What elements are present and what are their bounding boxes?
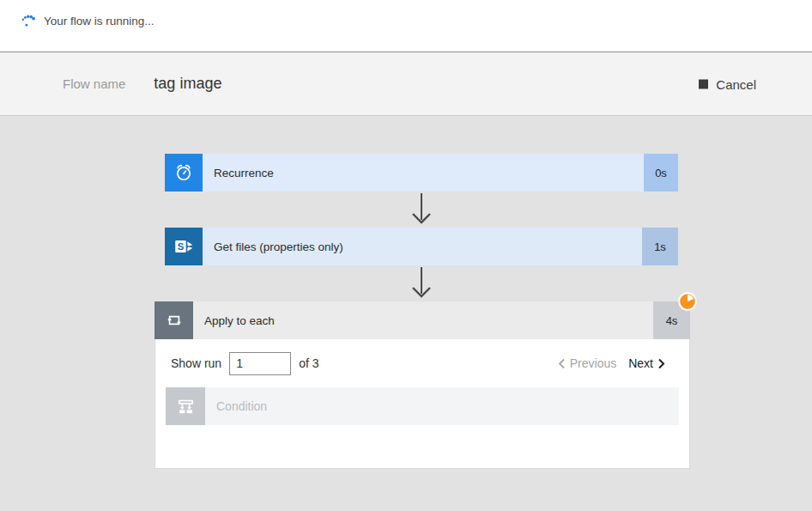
step-card-recurrence[interactable]: Recurrence 0s xyxy=(165,154,678,192)
svg-text:S: S xyxy=(178,241,185,252)
run-header: Flow name tag image Cancel xyxy=(0,52,812,116)
previous-run-label: Previous xyxy=(570,356,616,370)
flow-canvas: Recurrence 0s S Get files (properties on… xyxy=(0,116,812,510)
run-picker-row: Show run of 3 Previous Next xyxy=(155,339,689,387)
alarm-clock-icon xyxy=(165,154,203,192)
cancel-button-label: Cancel xyxy=(716,76,756,91)
step-duration: 1s xyxy=(642,228,678,265)
next-run-label: Next xyxy=(628,356,653,370)
orange-running-badge-icon xyxy=(678,292,697,311)
flow-running-spinner-icon xyxy=(19,12,38,31)
flow-name-value: tag image xyxy=(154,75,221,93)
down-arrow-connector-icon xyxy=(410,193,433,226)
chevron-right-icon xyxy=(657,358,665,369)
step-card-get-files[interactable]: S Get files (properties only) 1s xyxy=(165,228,678,265)
stop-square-icon xyxy=(699,79,708,88)
step-title: Recurrence xyxy=(203,154,644,192)
down-arrow-connector-icon xyxy=(410,267,433,300)
cancel-button[interactable]: Cancel xyxy=(699,76,756,91)
run-count-label: of 3 xyxy=(299,356,318,370)
show-run-label: Show run xyxy=(171,356,221,370)
previous-run-button[interactable]: Previous xyxy=(558,356,616,370)
run-number-input[interactable] xyxy=(229,352,291,375)
scope-apply-to-each: Apply to each 4s Show run of 3 xyxy=(155,301,690,469)
step-title: Condition xyxy=(205,387,679,425)
sharepoint-icon: S xyxy=(165,228,203,265)
next-run-button[interactable]: Next xyxy=(628,356,665,370)
step-card-condition[interactable]: Condition xyxy=(166,387,679,425)
run-navigation: Previous Next xyxy=(558,356,665,370)
apply-to-each-content: Show run of 3 Previous Next xyxy=(155,339,690,469)
step-card-apply-to-each[interactable]: Apply to each 4s xyxy=(155,301,690,339)
step-title: Apply to each xyxy=(193,301,653,339)
chevron-left-icon xyxy=(558,358,566,369)
flow-name-label: Flow name xyxy=(63,76,125,91)
flow-status-bar: Your flow is running... xyxy=(0,0,812,52)
loop-icon xyxy=(155,301,193,339)
flow-status-text: Your flow is running... xyxy=(44,12,155,27)
step-duration: 0s xyxy=(644,154,678,192)
step-title: Get files (properties only) xyxy=(203,228,642,265)
condition-icon xyxy=(166,387,205,425)
